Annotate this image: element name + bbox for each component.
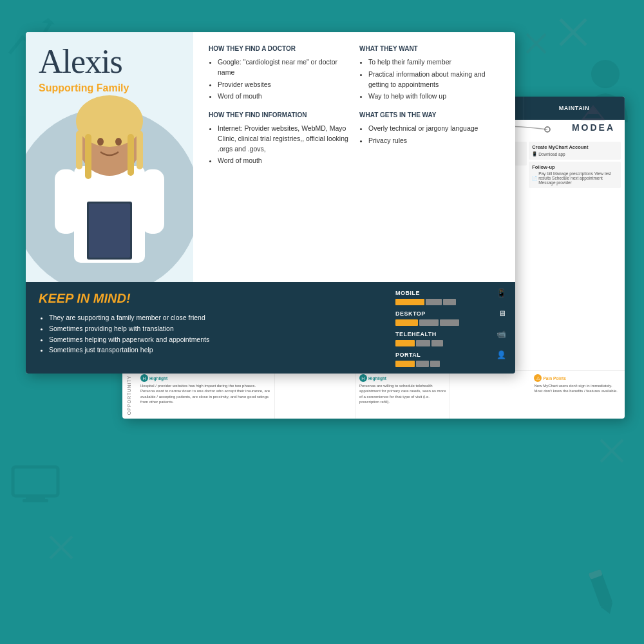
persona-role: Supporting Family bbox=[39, 82, 129, 94]
pain-label: Pain Points bbox=[543, 376, 565, 381]
find-doctor-section: HOW THEY FIND A DOCTOR Google: "cardiolo… bbox=[209, 45, 349, 269]
keep-item-0: They are supporting a family member or c… bbox=[49, 312, 374, 323]
persona-name: Alexis bbox=[39, 45, 122, 79]
highlight-label-1: Highlight bbox=[149, 376, 167, 381]
highlight-text-2: Personas are willing to schedule telehea… bbox=[359, 384, 446, 404]
highlight-label-2: Highlight bbox=[368, 376, 386, 381]
telehealth-channel: TELEHEALTH 📹 bbox=[395, 330, 506, 346]
telehealth-bar-3 bbox=[431, 340, 443, 346]
find-info-item-1: Word of mouth bbox=[218, 156, 349, 166]
mobile-bar-1 bbox=[395, 299, 424, 305]
mychart-title: Create MyChart Account bbox=[532, 144, 618, 150]
barrier-item-1: Privacy rules bbox=[368, 136, 500, 146]
person-svg bbox=[39, 82, 180, 282]
find-doctor-list: Google: "cardiologist near me" or doctor… bbox=[209, 57, 349, 102]
svg-rect-32 bbox=[76, 131, 82, 169]
svg-rect-34 bbox=[137, 131, 143, 169]
channel-usage-panel: MOBILE 📱 DESKTOP 🖥 bbox=[386, 282, 515, 374]
highlight-2-badge: H Highlight bbox=[359, 374, 446, 382]
mychart-card: Create MyChart Account 📱 Download app bbox=[529, 142, 621, 160]
desktop-bar-2 bbox=[419, 319, 439, 326]
desktop-bars bbox=[395, 319, 506, 326]
maintain-column: Create MyChart Account 📱 Download app Fo… bbox=[529, 142, 621, 368]
persona-info-panel: HOW THEY FIND A DOCTOR Google: "cardiolo… bbox=[193, 32, 515, 282]
what-they-want-list: To help their family member Practical in… bbox=[359, 57, 500, 102]
what-they-want-title: WHAT THEY WANT bbox=[359, 45, 500, 52]
find-info-list: Internet: Provider websites, WebMD, Mayo… bbox=[209, 124, 349, 166]
persona-card-slide: Alexis Supporting Family bbox=[26, 32, 515, 374]
persona-photo-area bbox=[26, 63, 193, 282]
telehealth-bar-2 bbox=[416, 340, 430, 346]
keep-in-mind-title: KEEP IN MIND! bbox=[39, 291, 374, 306]
find-doctor-item-0: Google: "cardiologist near me" or doctor… bbox=[218, 57, 349, 78]
keep-in-mind-list: They are supporting a family member or c… bbox=[39, 312, 374, 355]
portal-bars bbox=[395, 361, 506, 367]
svg-marker-0 bbox=[42, 18, 55, 24]
pain-text: New MyChart users don't sign in immediat… bbox=[534, 384, 618, 393]
followup-title: Follow-up bbox=[532, 164, 618, 170]
mobile-channel: MOBILE 📱 bbox=[395, 289, 506, 305]
item-download-app: 📱 Download app bbox=[532, 151, 618, 156]
find-doctor-item-2: Word of mouth bbox=[218, 91, 349, 102]
portal-bar-2 bbox=[416, 361, 429, 367]
keep-item-2: Sometimes helping with paperwork and app… bbox=[49, 334, 374, 345]
keep-item-3: Sometimes just transportation help bbox=[49, 345, 374, 355]
followup-card: Follow-up 📄 Pay bill Manage prescription… bbox=[529, 162, 621, 188]
svg-rect-33 bbox=[85, 134, 91, 179]
item-pay-bill: 📄 Pay bill Manage prescriptions View tes… bbox=[532, 171, 618, 185]
desktop-icon: 🖥 bbox=[498, 309, 506, 318]
portal-icon: 👤 bbox=[497, 350, 506, 359]
highlight-icon-1: H bbox=[140, 374, 148, 382]
pain-points-container bbox=[450, 371, 530, 419]
portal-bar-1 bbox=[395, 361, 415, 367]
portal-label: PORTAL bbox=[395, 352, 421, 358]
desktop-channel: DESKTOP 🖥 bbox=[395, 309, 506, 326]
what-gets-in-way-title: WHAT GETS IN THE WAY bbox=[359, 111, 500, 118]
highlight-1-container: H Highlight Hospital / provider websites… bbox=[137, 371, 275, 419]
persona-left-panel: Alexis Supporting Family bbox=[26, 32, 193, 282]
telehealth-icon: 📹 bbox=[497, 330, 506, 339]
highlight-1-badge: H Highlight bbox=[140, 374, 270, 382]
opportunity-label-container: OPPORTUNITY bbox=[122, 371, 137, 419]
pain-points-badge: △ Pain Points bbox=[534, 374, 621, 382]
keep-in-mind-left-panel: KEEP IN MIND! They are supporting a fami… bbox=[26, 282, 386, 374]
svg-rect-28 bbox=[142, 169, 164, 234]
mobile-bar-3 bbox=[443, 299, 456, 305]
barrier-item-0: Overly technical or jargony language bbox=[368, 124, 500, 134]
svg-point-37 bbox=[115, 138, 122, 146]
want-item-0: To help their family member bbox=[368, 57, 500, 68]
desktop-label: DESKTOP bbox=[395, 310, 426, 317]
highlight-2-container bbox=[275, 371, 355, 419]
desktop-header: DESKTOP 🖥 bbox=[395, 309, 506, 318]
mobile-header: MOBILE 📱 bbox=[395, 289, 506, 298]
highlight-text-1: Hospital / provider websites has high im… bbox=[140, 384, 270, 404]
highlight-3-container: H Highlight Personas are willing to sche… bbox=[355, 371, 451, 419]
maintain-opportunity: △ Pain Points New MyChart users don't si… bbox=[530, 371, 625, 419]
opportunity-label: OPPORTUNITY bbox=[128, 375, 132, 414]
telehealth-bar-1 bbox=[395, 340, 415, 346]
telehealth-bars bbox=[395, 340, 506, 346]
mobile-icon: 📱 bbox=[497, 289, 506, 298]
find-doctor-item-1: Provider websites bbox=[218, 80, 349, 90]
mobile-bars bbox=[395, 299, 506, 305]
portal-header: PORTAL 👤 bbox=[395, 350, 506, 359]
desktop-bar-1 bbox=[395, 319, 418, 326]
pain-icon: △ bbox=[534, 374, 542, 382]
find-info-item-0: Internet: Provider websites, WebMD, Mayo… bbox=[218, 124, 349, 154]
find-info-title: HOW THEY FIND INFORMATION bbox=[209, 111, 349, 118]
app-icon: 📱 bbox=[532, 151, 537, 156]
persona-top-section: Alexis Supporting Family bbox=[26, 32, 515, 282]
telehealth-label: TELEHEALTH bbox=[395, 331, 437, 337]
mobile-bar-2 bbox=[426, 299, 442, 305]
opportunity-section: OPPORTUNITY H Highlight Hospital / provi… bbox=[122, 370, 625, 419]
desktop-bar-3 bbox=[440, 319, 459, 326]
mobile-label: MOBILE bbox=[395, 290, 420, 296]
svg-rect-27 bbox=[55, 169, 77, 234]
keep-item-1: Sometimes providing help with translatio… bbox=[49, 323, 374, 334]
slides-container: MODEA RESEARCH DECIDE PREPAR RECEIVE MAI… bbox=[26, 32, 618, 592]
svg-point-36 bbox=[97, 138, 104, 146]
svg-marker-13 bbox=[600, 602, 616, 616]
find-doctor-title: HOW THEY FIND A DOCTOR bbox=[209, 45, 349, 52]
telehealth-header: TELEHEALTH 📹 bbox=[395, 330, 506, 339]
want-item-2: Way to help with follow up bbox=[368, 91, 500, 102]
